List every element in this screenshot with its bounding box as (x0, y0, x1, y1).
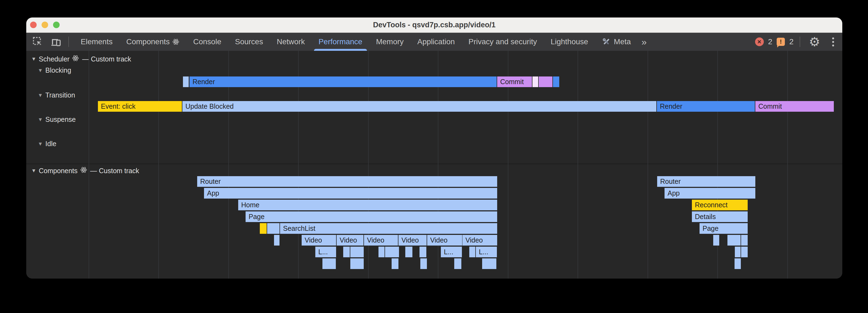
bar-commit[interactable]: Commit (755, 101, 834, 112)
tab-memory[interactable]: Memory (369, 33, 410, 51)
tab-label: Memory (376, 37, 404, 46)
bar-app[interactable]: App (204, 188, 497, 199)
bar-segment[interactable] (727, 235, 741, 246)
toolbar-divider (68, 37, 69, 47)
bar-segment[interactable] (343, 247, 350, 257)
tab-console[interactable]: Console (186, 33, 228, 51)
zoom-button[interactable] (53, 22, 60, 28)
window-title: DevTools - qsvd7p.csb.app/video/1 (373, 21, 496, 29)
bar-segment[interactable] (274, 235, 279, 246)
inspect-cursor-icon[interactable] (32, 36, 44, 48)
lane-transition[interactable]: ▼ Transition (38, 91, 75, 99)
track-header-components[interactable]: ▼ Components — Custom track (31, 166, 139, 175)
atom-slot (72, 55, 79, 63)
bar-page[interactable]: Page (246, 211, 497, 222)
bar-video[interactable]: Video (462, 235, 497, 246)
tab-label: Elements (81, 37, 113, 46)
bar-segment[interactable] (553, 76, 559, 87)
lane-idle[interactable]: ▼ Idle (38, 140, 56, 148)
bar-segment[interactable] (385, 247, 399, 257)
bar-l[interactable]: L... (441, 247, 462, 257)
status-area: × 2 ! 2 ⚙ (755, 35, 835, 48)
bar-segment[interactable] (378, 247, 384, 257)
kebab-menu-icon[interactable] (831, 36, 835, 47)
lane-suspense[interactable]: ▼ Suspense (38, 115, 76, 124)
tab-elements[interactable]: Elements (74, 33, 120, 51)
tab-performance[interactable]: Performance (312, 33, 369, 51)
bar-segment[interactable] (392, 258, 398, 269)
bar-segment[interactable] (454, 258, 461, 269)
lane-blocking[interactable]: ▼ Blocking (38, 66, 71, 74)
close-button[interactable] (30, 22, 37, 28)
bar-video[interactable]: Video (337, 235, 364, 246)
error-badge-icon[interactable]: × (755, 37, 764, 46)
tab-lighthouse[interactable]: Lighthouse (544, 33, 595, 51)
bar-searchlist[interactable]: SearchList (280, 223, 497, 234)
bar-update-blocked[interactable]: Update Blocked (182, 101, 656, 112)
lane-label: Blocking (45, 66, 71, 74)
bar-commit[interactable]: Commit (497, 76, 532, 87)
gridline (158, 51, 159, 279)
bar-segment[interactable] (532, 76, 538, 87)
react-atom-icon (172, 38, 179, 45)
tab-meta[interactable]: Meta (595, 33, 638, 51)
bar-video[interactable]: Video (364, 235, 398, 246)
bar-router[interactable]: Router (657, 176, 755, 187)
bar-segment[interactable] (741, 247, 748, 257)
bar-segment[interactable] (183, 76, 189, 87)
bar-segment[interactable] (260, 223, 267, 234)
bar-segment[interactable] (735, 247, 741, 257)
bar-segment[interactable] (420, 258, 427, 269)
collapse-triangle-icon: ▼ (31, 168, 36, 174)
more-tabs-chevron-icon[interactable]: » (642, 37, 647, 47)
bar-segment[interactable] (267, 223, 279, 234)
tab-sources[interactable]: Sources (228, 33, 270, 51)
bar-app[interactable]: App (664, 188, 755, 199)
tab-application[interactable]: Application (410, 33, 462, 51)
track-suffix: — Custom track (82, 55, 131, 63)
track-header-scheduler[interactable]: ▼ Scheduler — Custom track (31, 55, 131, 63)
issues-badge-icon[interactable]: ! (777, 38, 785, 46)
bar-home[interactable]: Home (238, 200, 497, 210)
traffic-lights (30, 22, 60, 28)
tab-components[interactable]: Components (120, 33, 187, 51)
bar-page[interactable]: Page (700, 223, 748, 234)
bar-video[interactable]: Video (427, 235, 462, 246)
collapse-triangle-icon: ▼ (38, 141, 43, 147)
bar-segment[interactable] (539, 76, 552, 87)
collapse-triangle-icon: ▼ (38, 67, 43, 73)
bar-l[interactable]: L... (476, 247, 497, 257)
bar-segment[interactable] (350, 258, 364, 269)
bar-render[interactable]: Render (189, 76, 497, 87)
gear-icon[interactable]: ⚙ (809, 35, 820, 48)
bar-segment[interactable] (713, 235, 719, 246)
bar-details[interactable]: Details (692, 211, 748, 222)
bar-reconnect[interactable]: Reconnect (692, 200, 748, 210)
bar-segment[interactable] (350, 247, 364, 257)
window-titlebar[interactable]: DevTools - qsvd7p.csb.app/video/1 (26, 18, 842, 33)
error-count: 2 (768, 37, 773, 46)
tab-label: Lighthouse (551, 37, 588, 46)
tab-label: Meta (614, 37, 631, 46)
bar-segment[interactable] (735, 258, 741, 269)
tab-privacy-and-security[interactable]: Privacy and security (462, 33, 544, 51)
bar-router[interactable]: Router (197, 176, 497, 187)
bar-l[interactable]: L... (315, 247, 336, 257)
bar-segment[interactable] (420, 247, 426, 257)
bar-segment[interactable] (322, 258, 336, 269)
devtools-tabbar: ElementsComponents ConsoleSourcesNetwork… (26, 33, 842, 51)
bar-video[interactable]: Video (398, 235, 427, 246)
bar-video[interactable]: Video (302, 235, 336, 246)
lane-label: Idle (45, 140, 56, 148)
device-toolbar-icon[interactable] (50, 36, 62, 48)
bar-segment[interactable] (741, 235, 748, 246)
bar-render[interactable]: Render (657, 101, 755, 112)
bar-segment[interactable] (482, 258, 496, 269)
bar-event-click[interactable]: Event: click (98, 101, 182, 112)
bar-segment[interactable] (405, 247, 412, 257)
bar-segment[interactable] (469, 247, 475, 257)
tab-network[interactable]: Network (270, 33, 312, 51)
performance-flamechart-canvas[interactable]: ▼ Scheduler — Custom track ▼ Blocking ▼ … (26, 51, 842, 279)
minimize-button[interactable] (41, 22, 48, 28)
tab-strip: ElementsComponents ConsoleSourcesNetwork… (74, 33, 638, 51)
